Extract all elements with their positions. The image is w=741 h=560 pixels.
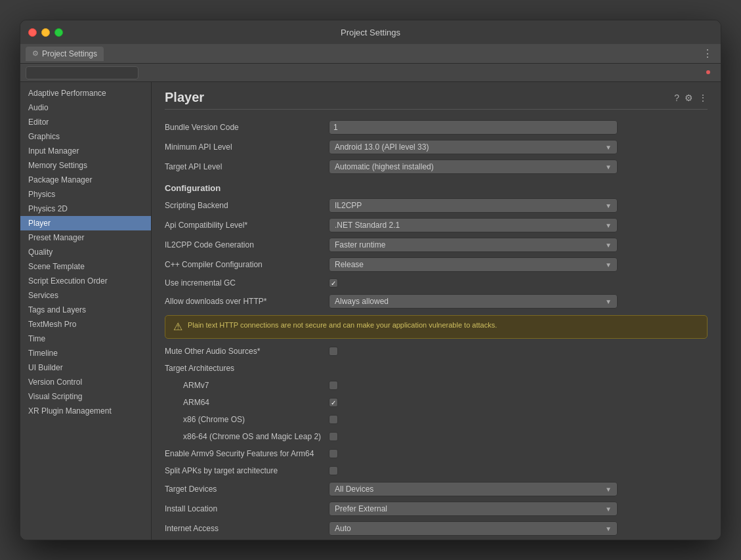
sidebar-item[interactable]: Adaptive Performance xyxy=(20,86,151,100)
sidebar-item[interactable]: Editor xyxy=(20,115,151,129)
split-apks-label: Split APKs by target architecture xyxy=(165,466,329,475)
cpp-compiler-dropdown[interactable]: Release ▼ xyxy=(329,257,618,272)
il2cpp-code-gen-dropdown[interactable]: Faster runtime ▼ xyxy=(329,238,618,252)
sidebar-item[interactable]: Script Execution Order xyxy=(20,274,151,288)
target-api-level-dropdown[interactable]: Automatic (highest installed) ▼ xyxy=(329,160,618,174)
sidebar-item[interactable]: Input Manager xyxy=(20,144,151,158)
window-title: Project Settings xyxy=(341,28,400,37)
sidebar-item[interactable]: Physics xyxy=(20,187,151,202)
armv7-row: ARMv7 xyxy=(165,377,708,394)
sidebar-item[interactable]: Preset Manager xyxy=(20,230,151,245)
page-title: Player xyxy=(165,90,204,105)
title-bar: Project Settings xyxy=(20,20,721,44)
sidebar-item[interactable]: Tags and Layers xyxy=(20,303,151,317)
install-location-dropdown[interactable]: Prefer External ▼ xyxy=(329,502,618,516)
target-devices-dropdown[interactable]: All Devices ▼ xyxy=(329,482,618,496)
sidebar-item[interactable]: Time xyxy=(20,332,151,346)
sidebar-item[interactable]: TextMesh Pro xyxy=(20,317,151,332)
configuration-section-header: Configuration xyxy=(165,177,708,196)
mute-audio-checkbox[interactable] xyxy=(329,347,338,356)
content-area: Player ? ⚙ ⋮ Bundle Version Code Minimum… xyxy=(152,82,721,540)
allow-downloads-row: Allow downloads over HTTP* Always allowe… xyxy=(165,291,708,311)
settings-icon[interactable]: ⚙ xyxy=(685,93,693,103)
bundle-version-code-input[interactable] xyxy=(329,120,618,135)
il2cpp-code-gen-label: IL2CPP Code Generation xyxy=(165,240,329,249)
chevron-down-icon-9: ▼ xyxy=(605,506,612,513)
minimize-button[interactable] xyxy=(41,28,50,37)
sidebar-item[interactable]: Scene Template xyxy=(20,259,151,274)
target-api-level-row: Target API Level Automatic (highest inst… xyxy=(165,157,708,177)
project-settings-tab[interactable]: ⚙ Project Settings xyxy=(26,47,104,61)
api-compatibility-dropdown[interactable]: .NET Standard 2.1 ▼ xyxy=(329,218,618,232)
content-header: Player ? ⚙ ⋮ xyxy=(165,90,708,110)
allow-downloads-label: Allow downloads over HTTP* xyxy=(165,297,329,306)
minimum-api-level-value: Android 13.0 (API level 33) xyxy=(335,142,429,152)
api-compatibility-row: Api Compatibility Level* .NET Standard 2… xyxy=(165,215,708,235)
sidebar-item[interactable]: Services xyxy=(20,288,151,303)
sidebar-item[interactable]: Package Manager xyxy=(20,173,151,187)
x86-checkbox[interactable] xyxy=(329,415,338,424)
armv7-checkbox-wrap xyxy=(329,381,338,390)
target-architectures-row: Target Architectures xyxy=(165,360,708,377)
traffic-lights xyxy=(28,28,63,37)
sidebar-item[interactable]: Quality xyxy=(20,245,151,259)
minimum-api-level-label: Minimum API Level xyxy=(165,142,329,152)
arm64-checkbox-wrap xyxy=(329,398,338,407)
api-compatibility-label: Api Compatibility Level* xyxy=(165,221,329,230)
x86-label: x86 (Chrome OS) xyxy=(165,415,329,424)
sidebar-item[interactable]: Version Control xyxy=(20,375,151,389)
cpp-compiler-value: Release xyxy=(335,260,364,269)
sidebar-item[interactable]: Graphics xyxy=(20,129,151,144)
internet-access-value: Auto xyxy=(335,524,351,533)
minimum-api-level-row: Minimum API Level Android 13.0 (API leve… xyxy=(165,137,708,157)
sidebar-item[interactable]: UI Builder xyxy=(20,360,151,375)
sidebar-item[interactable]: Physics 2D xyxy=(20,202,151,216)
cpp-compiler-row: C++ Compiler Configuration Release ▼ xyxy=(165,255,708,274)
chevron-down-icon-4: ▼ xyxy=(605,222,612,229)
sidebar-item[interactable]: XR Plugin Management xyxy=(20,404,151,418)
armv7-checkbox[interactable] xyxy=(329,381,338,390)
arm64-checkbox[interactable] xyxy=(329,398,338,407)
enable-armv9-checkbox[interactable] xyxy=(329,449,338,458)
help-icon[interactable]: ? xyxy=(674,93,679,103)
tab-label: Project Settings xyxy=(42,49,97,58)
split-apks-checkbox[interactable] xyxy=(329,466,338,475)
search-wrapper: 🔍 xyxy=(26,66,715,79)
use-incremental-gc-checkbox[interactable] xyxy=(329,278,338,288)
sidebar-item[interactable]: Timeline xyxy=(20,346,151,360)
il2cpp-code-gen-value: Faster runtime xyxy=(335,240,385,249)
toolbar-menu-button[interactable]: ⋮ xyxy=(700,47,715,60)
api-compatibility-value: .NET Standard 2.1 xyxy=(335,221,400,230)
x86-64-checkbox-wrap xyxy=(329,432,338,441)
chevron-down-icon-7: ▼ xyxy=(605,298,612,305)
warning-icon: ⚠ xyxy=(173,320,182,333)
use-incremental-gc-checkbox-wrap xyxy=(329,278,338,288)
search-input[interactable] xyxy=(26,66,138,79)
chevron-down-icon-8: ▼ xyxy=(605,486,612,493)
target-devices-label: Target Devices xyxy=(165,485,329,494)
armv7-label: ARMv7 xyxy=(165,381,329,390)
gear-icon: ⚙ xyxy=(32,49,39,58)
main-window: Project Settings ⚙ Project Settings ⋮ 🔍 … xyxy=(20,20,721,540)
x86-row: x86 (Chrome OS) xyxy=(165,411,708,428)
chevron-down-icon: ▼ xyxy=(605,144,612,151)
mute-audio-label: Mute Other Audio Sources* xyxy=(165,347,329,356)
close-button[interactable] xyxy=(28,28,37,37)
internet-access-dropdown[interactable]: Auto ▼ xyxy=(329,521,618,536)
scripting-backend-dropdown[interactable]: IL2CPP ▼ xyxy=(329,198,618,213)
mute-audio-checkbox-wrap xyxy=(329,347,338,356)
chevron-down-icon-3: ▼ xyxy=(605,202,612,209)
minimum-api-level-dropdown[interactable]: Android 13.0 (API level 33) ▼ xyxy=(329,140,618,154)
sidebar-item[interactable]: Player xyxy=(20,216,151,230)
more-icon[interactable]: ⋮ xyxy=(698,93,708,103)
maximize-button[interactable] xyxy=(54,28,63,37)
allow-downloads-value: Always allowed xyxy=(335,297,389,306)
target-api-level-label: Target API Level xyxy=(165,162,329,171)
allow-downloads-dropdown[interactable]: Always allowed ▼ xyxy=(329,294,618,309)
sidebar-item[interactable]: Visual Scripting xyxy=(20,389,151,404)
sidebar-item[interactable]: Memory Settings xyxy=(20,158,151,173)
x86-64-checkbox[interactable] xyxy=(329,432,338,441)
internet-access-label: Internet Access xyxy=(165,524,329,533)
sidebar-item[interactable]: Audio xyxy=(20,100,151,115)
arm64-row: ARM64 xyxy=(165,394,708,411)
